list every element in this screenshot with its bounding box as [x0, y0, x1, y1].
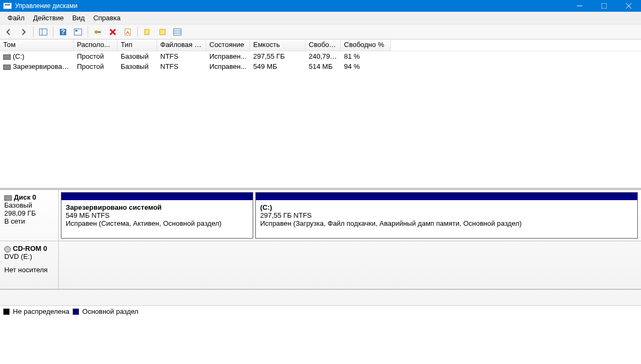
volume-fs: NTFS: [157, 62, 206, 70]
partition-header: [61, 193, 253, 200]
titlebar: Управление дисками: [0, 0, 641, 12]
svg-rect-11: [75, 30, 77, 31]
column-free-percent[interactable]: Свободно %: [341, 39, 391, 51]
cdrom-row[interactable]: CD-ROM 0 DVD (E:) Нет носителя: [0, 241, 641, 289]
svg-rect-3: [601, 3, 607, 9]
show-hide-console-button[interactable]: [37, 26, 50, 38]
svg-rect-18: [160, 29, 165, 35]
column-layout[interactable]: Располо...: [74, 39, 118, 51]
partition-status: Исправен (Загрузка, Файл подкачки, Авари…: [260, 219, 633, 227]
forward-button[interactable]: [17, 26, 30, 38]
volume-list-header: Том Располо... Тип Файловая с... Состоян…: [0, 39, 641, 51]
help-button[interactable]: ?: [57, 26, 69, 38]
svg-rect-15: [125, 29, 130, 35]
disk-map: Диск 0Базовый298,09 ГБВ сетиЗарезервиров…: [0, 190, 641, 305]
app-icon: [3, 2, 12, 10]
volume-list: Том Располо... Тип Файловая с... Состоян…: [0, 39, 641, 188]
menu-file[interactable]: Файл: [3, 12, 29, 23]
volume-type: Базовый: [118, 62, 157, 70]
partition-header: [256, 193, 637, 200]
column-type[interactable]: Тип: [118, 39, 157, 51]
volume-status: Исправен...: [206, 52, 250, 60]
back-button[interactable]: [2, 26, 15, 38]
svg-rect-1: [5, 4, 10, 5]
svg-rect-10: [74, 29, 82, 35]
volume-icon: [3, 65, 11, 70]
volume-layout: Простой: [74, 62, 118, 70]
svg-rect-16: [145, 29, 149, 35]
column-free[interactable]: Свобод...: [306, 39, 341, 51]
menu-action[interactable]: Действие: [29, 12, 68, 23]
list-button[interactable]: [171, 26, 184, 38]
disk-size: 298,09 ГБ: [4, 209, 54, 217]
svg-text:?: ?: [61, 28, 65, 36]
legend-unallocated-label: Не распределена: [13, 307, 69, 315]
menu-help[interactable]: Справка: [89, 12, 125, 23]
menubar: Файл Действие Вид Справка: [0, 12, 641, 25]
volume-capacity: 297,55 ГБ: [250, 52, 306, 60]
partition[interactable]: (C:)297,55 ГБ NTFSИсправен (Загрузка, Фа…: [255, 192, 638, 239]
menu-view[interactable]: Вид: [68, 12, 89, 23]
svg-rect-0: [4, 3, 11, 9]
svg-rect-6: [40, 29, 47, 35]
partition-size: 297,55 ГБ NTFS: [260, 211, 633, 219]
volume-layout: Простой: [74, 52, 118, 60]
window-title: Управление дисками: [15, 2, 567, 10]
volume-row[interactable]: Зарезервировано...ПростойБазовыйNTFSИспр…: [0, 61, 641, 72]
disk-row[interactable]: Диск 0Базовый298,09 ГБВ сетиЗарезервиров…: [0, 190, 641, 241]
volume-name: Зарезервировано...: [13, 62, 74, 70]
refresh-button[interactable]: [72, 26, 84, 38]
legend-unallocated-swatch: [3, 308, 10, 315]
column-filesystem[interactable]: Файловая с...: [157, 39, 206, 51]
disk-name: Диск 0: [14, 193, 36, 201]
action-button[interactable]: [156, 26, 169, 38]
svg-point-17: [148, 29, 151, 31]
cdrom-state: Нет носителя: [4, 266, 54, 274]
close-button[interactable]: [616, 0, 641, 12]
volume-free: 240,79 ГБ: [306, 52, 341, 60]
delete-button[interactable]: [106, 26, 119, 38]
volume-free-percent: 94 %: [341, 62, 391, 70]
partition-title: (C:): [260, 203, 633, 211]
cdrom-icon: [4, 246, 11, 252]
disk-icon: [4, 195, 12, 201]
diskmap-footer: [0, 289, 641, 305]
volume-row[interactable]: (C:)ПростойБазовыйNTFSИсправен...297,55 …: [0, 51, 641, 61]
properties-button[interactable]: [121, 26, 134, 38]
partition-size: 549 МБ NTFS: [66, 211, 248, 219]
volume-capacity: 549 МБ: [250, 62, 306, 70]
volume-free: 514 МБ: [306, 62, 341, 70]
maximize-button[interactable]: [592, 0, 616, 12]
volume-status: Исправен...: [206, 62, 250, 70]
minimize-button[interactable]: [567, 0, 592, 12]
disk-state: В сети: [4, 217, 54, 225]
disk-type: Базовый: [4, 201, 54, 209]
new-button[interactable]: [141, 26, 154, 38]
volume-fs: NTFS: [157, 52, 206, 60]
volume-free-percent: 81 %: [341, 52, 391, 60]
volume-name: (C:): [13, 52, 25, 60]
svg-point-12: [95, 30, 98, 34]
cdrom-name: CD-ROM 0: [13, 244, 47, 252]
volume-type: Базовый: [118, 52, 157, 60]
volume-icon: [3, 54, 11, 60]
svg-rect-19: [174, 29, 181, 35]
partition-title: Зарезервировано системой: [66, 203, 248, 211]
legend: Не распределена Основной раздел: [0, 305, 641, 317]
column-volume[interactable]: Том: [0, 39, 74, 51]
partition-status: Исправен (Система, Активен, Основной раз…: [66, 219, 248, 227]
column-capacity[interactable]: Емкость: [250, 39, 306, 51]
toolbar: ?: [0, 25, 641, 39]
settings-button[interactable]: [91, 26, 104, 38]
partition[interactable]: Зарезервировано системой549 МБ NTFSИспра…: [61, 192, 253, 239]
legend-primary-swatch: [73, 308, 79, 315]
column-status[interactable]: Состояние: [206, 39, 250, 51]
cdrom-type: DVD (E:): [4, 252, 54, 260]
legend-primary-label: Основной раздел: [82, 307, 138, 315]
